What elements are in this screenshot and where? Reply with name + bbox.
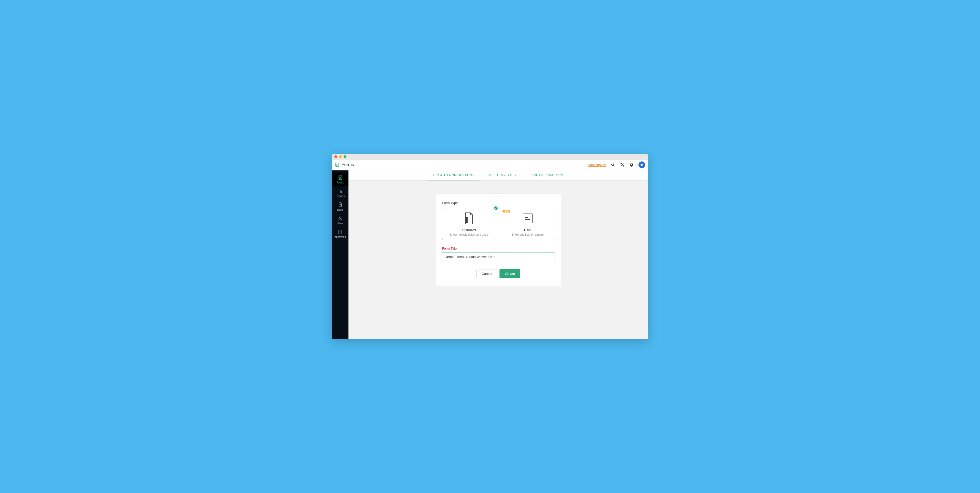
form-type-name: Card — [503, 228, 552, 232]
users-icon — [338, 216, 343, 221]
main-area: CREATE FROM SCRATCH USE TEMPLATES CREATE… — [348, 171, 648, 339]
sidebar-item-reports[interactable]: Reports — [332, 186, 348, 199]
cancel-button[interactable]: Cancel — [476, 269, 498, 278]
sidebar-item-label: Users — [337, 222, 343, 225]
forms-icon — [338, 175, 343, 180]
tab-use-templates[interactable]: USE TEMPLATES — [481, 171, 523, 180]
titlebar — [332, 154, 648, 160]
app-title: Forms — [342, 162, 354, 168]
announce-icon[interactable] — [611, 163, 616, 167]
check-icon — [494, 206, 498, 210]
reports-icon — [338, 188, 343, 194]
form-title-input[interactable] — [442, 252, 555, 261]
svg-rect-16 — [466, 217, 468, 219]
forms-app-icon — [335, 163, 339, 167]
tabs: CREATE FROM SCRATCH USE TEMPLATES CREATE… — [348, 171, 648, 181]
approvals-icon — [338, 230, 343, 235]
sidebar-item-forms[interactable]: Forms — [332, 172, 348, 186]
form-title-label: Form Title — [442, 247, 555, 250]
sidebar: Forms Reports Tasks Users — [332, 171, 348, 339]
form-type-card[interactable]: NEW Card Show one field on a page — [501, 208, 555, 240]
header-bar: Forms Subscription — [332, 160, 648, 171]
sidebar-item-tasks[interactable]: Tasks — [332, 199, 348, 213]
svg-rect-20 — [466, 222, 468, 222]
user-avatar[interactable] — [638, 161, 645, 168]
form-type-standard[interactable]: Standard Show multiple fields on a page — [442, 208, 496, 240]
tools-icon[interactable] — [620, 163, 625, 167]
window-minimize-button[interactable] — [339, 155, 342, 158]
window-maximize-button[interactable] — [344, 155, 347, 158]
tasks-icon — [338, 202, 343, 207]
svg-point-14 — [339, 217, 341, 219]
form-type-name: Standard — [444, 228, 494, 232]
sidebar-item-label: Reports — [336, 195, 345, 198]
sidebar-item-label: Approvals — [334, 236, 346, 238]
bell-icon[interactable] — [629, 163, 634, 167]
sidebar-item-label: Forms — [336, 181, 344, 184]
subscription-link[interactable]: Subscription — [588, 163, 606, 167]
new-badge: NEW — [503, 210, 510, 212]
svg-rect-22 — [523, 214, 532, 223]
form-type-label: Form Type — [442, 201, 555, 205]
create-form-panel: Form Type — [436, 193, 561, 286]
tab-create-from-scratch[interactable]: CREATE FROM SCRATCH — [426, 171, 481, 180]
sidebar-item-users[interactable]: Users — [332, 213, 348, 227]
tab-create-crm-form[interactable]: CREATE CRM FORM — [524, 171, 571, 180]
card-form-icon — [522, 212, 533, 225]
svg-rect-18 — [466, 219, 468, 220]
standard-form-icon — [463, 212, 475, 225]
sidebar-item-approvals[interactable]: Approvals — [332, 227, 348, 241]
window-close-button[interactable] — [334, 155, 337, 158]
sidebar-item-label: Tasks — [337, 208, 344, 211]
app-window: Forms Subscription Forms — [332, 154, 648, 339]
form-type-desc: Show one field on a page — [503, 233, 552, 236]
create-button[interactable]: Create — [500, 269, 520, 278]
form-type-desc: Show multiple fields on a page — [444, 233, 494, 236]
